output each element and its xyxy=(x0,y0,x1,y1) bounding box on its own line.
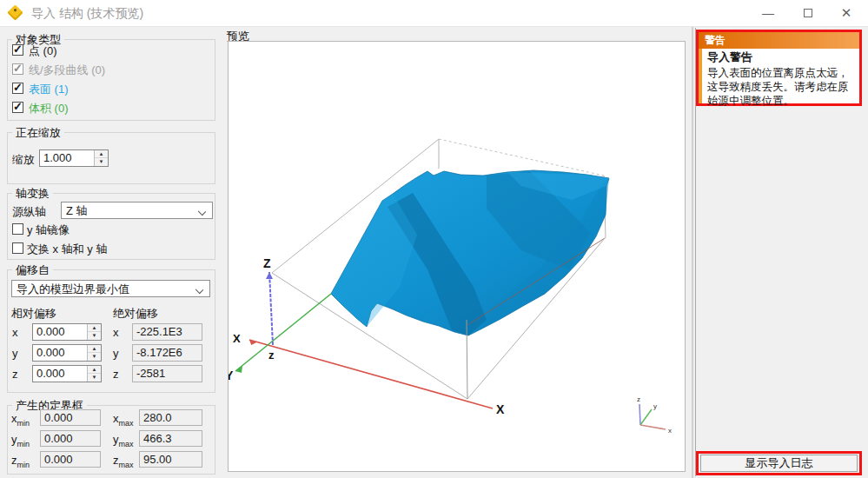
source-axis-label: 源纵轴 xyxy=(12,204,46,220)
spin-up-icon[interactable]: ▲ xyxy=(88,345,101,353)
checkbox-volumes[interactable] xyxy=(12,102,23,113)
group-offset-from-title: 偏移自 xyxy=(12,262,53,278)
zmax-field: 95.00 xyxy=(139,451,202,468)
xmax-field: 280.0 xyxy=(139,409,202,426)
orientation-gizmo: z y x xyxy=(637,395,672,435)
checkbox-surfaces[interactable] xyxy=(12,83,23,94)
abs-axis-x: x xyxy=(113,326,119,339)
relative-offset-label: 相对偏移 xyxy=(11,306,56,322)
rel-y-value: 0.000 xyxy=(36,346,65,359)
abs-x-value: -225.1E3 xyxy=(136,325,182,338)
rel-axis-z: z xyxy=(12,368,18,381)
rel-x-value: 0.000 xyxy=(36,325,65,338)
axis-label-y-neg: Y xyxy=(229,368,234,382)
preview-3d-scene: Z z X X Y z y x xyxy=(229,42,685,471)
zmin-value: 0.000 xyxy=(44,453,73,466)
abs-y-field: -8.172E6 xyxy=(132,344,202,362)
ymin-label: ymin xyxy=(11,433,30,448)
rel-y-input[interactable]: 0.000 ▲▼ xyxy=(32,344,102,362)
scale-spinner[interactable]: ▲▼ xyxy=(94,150,108,166)
rel-x-spinner[interactable]: ▲▼ xyxy=(87,324,101,340)
xmin-label: xmin xyxy=(11,412,30,428)
warning-highlight-box: 警告 导入警告 导入表面的位置离原点太远，这导致精度丢失。请考虑在原始源中调整位… xyxy=(696,30,862,106)
abs-axis-z: z xyxy=(113,368,119,381)
checkbox-mirror-y[interactable] xyxy=(12,223,23,235)
swap-xy-label: 交换 x 轴和 y 轴 xyxy=(27,242,107,257)
label-surfaces: 表面 (1) xyxy=(29,82,69,97)
scale-value: 1.000 xyxy=(43,151,72,164)
close-button[interactable]: ✕ xyxy=(832,0,861,26)
log-button-highlight-box: 显示导入日志 xyxy=(696,451,862,475)
checkbox-swap-xy[interactable] xyxy=(12,242,23,254)
spin-down-icon[interactable]: ▼ xyxy=(88,353,101,361)
xmax-value: 280.0 xyxy=(143,411,172,424)
axis-label-x-neg: X xyxy=(233,332,241,345)
xmax-label: xmax xyxy=(113,412,134,428)
label-lines: 线/多段曲线 (0) xyxy=(29,63,105,78)
warning-header: 警告 xyxy=(699,32,859,49)
axis-label-z-top: Z xyxy=(263,256,271,270)
xmin-field: 0.000 xyxy=(40,409,101,426)
minimize-button[interactable]: — xyxy=(753,0,783,26)
spin-down-icon[interactable]: ▼ xyxy=(88,374,101,382)
gizmo-label-y: y xyxy=(653,402,657,410)
warning-body: 导入警告 导入表面的位置离原点太远，这导致精度丢失。请考虑在原始源中调整位置。 xyxy=(699,49,859,103)
checkbox-points[interactable] xyxy=(12,44,23,56)
abs-z-field: -2581 xyxy=(132,365,202,382)
label-volumes: 体积 (0) xyxy=(29,101,69,116)
axis-label-z-origin: z xyxy=(268,349,275,362)
zmin-field: 0.000 xyxy=(40,451,101,468)
scale-label: 缩放 xyxy=(12,152,35,168)
absolute-offset-label: 绝对偏移 xyxy=(113,306,158,322)
rel-x-input[interactable]: 0.000 ▲▼ xyxy=(32,323,102,341)
abs-z-value: -2581 xyxy=(136,367,165,380)
gizmo-label-z: z xyxy=(637,395,640,403)
abs-x-field: -225.1E3 xyxy=(132,323,202,341)
offset-source-combo[interactable]: 导入的模型边界最小值 xyxy=(11,280,210,297)
maximize-button[interactable] xyxy=(793,0,823,26)
maximize-icon xyxy=(804,9,812,17)
scale-input[interactable]: 1.000 ▲▼ xyxy=(39,149,109,167)
group-scaling: 正在缩放 xyxy=(7,132,215,184)
label-points: 点 (0) xyxy=(29,43,57,59)
zmin-label: zmin xyxy=(11,454,30,469)
rel-axis-x: x xyxy=(12,326,18,339)
app-icon xyxy=(7,4,23,20)
terrain-surface xyxy=(331,170,609,335)
spin-down-icon[interactable]: ▼ xyxy=(95,158,108,166)
zmax-label: zmax xyxy=(113,454,134,469)
title-bar: 导入 结构 (技术预览) — ✕ xyxy=(0,0,868,27)
abs-axis-y: y xyxy=(113,347,119,360)
preview-viewport[interactable]: Z z X X Y z y x xyxy=(228,41,686,472)
zmax-value: 95.00 xyxy=(143,453,172,466)
xmin-value: 0.000 xyxy=(44,411,73,424)
show-import-log-button[interactable]: 显示导入日志 xyxy=(700,455,858,472)
ymax-value: 466.3 xyxy=(143,432,172,445)
checkbox-lines[interactable] xyxy=(12,63,23,75)
ymin-field: 0.000 xyxy=(40,430,101,447)
panel-splitter[interactable] xyxy=(692,27,693,478)
ymax-field: 466.3 xyxy=(139,430,202,447)
ymax-label: ymax xyxy=(113,433,134,448)
rel-axis-y: y xyxy=(12,347,18,360)
abs-y-value: -8.172E6 xyxy=(136,346,182,359)
mirror-y-label: y 轴镜像 xyxy=(27,222,70,238)
ymin-value: 0.000 xyxy=(44,432,73,445)
source-axis-value: Z 轴 xyxy=(66,204,88,217)
warning-title: 导入警告 xyxy=(707,50,856,65)
spin-up-icon[interactable]: ▲ xyxy=(88,324,101,332)
rel-z-spinner[interactable]: ▲▼ xyxy=(87,366,101,382)
spin-down-icon[interactable]: ▼ xyxy=(88,332,101,340)
source-axis-combo[interactable]: Z 轴 xyxy=(61,202,213,219)
offset-source-value: 导入的模型边界最小值 xyxy=(17,282,129,295)
rel-z-input[interactable]: 0.000 ▲▼ xyxy=(32,365,102,382)
rel-z-value: 0.000 xyxy=(36,367,65,380)
group-axis-transform-title: 轴变换 xyxy=(12,186,53,202)
spin-up-icon[interactable]: ▲ xyxy=(88,366,101,374)
axis-label-x-pos: X xyxy=(496,402,505,416)
rel-y-spinner[interactable]: ▲▼ xyxy=(87,345,101,361)
spin-up-icon[interactable]: ▲ xyxy=(95,150,108,158)
gizmo-label-x: x xyxy=(668,427,672,435)
warning-text: 导入表面的位置离原点太远，这导致精度丢失。请考虑在原始源中调整位置。 xyxy=(707,66,856,108)
group-scaling-title: 正在缩放 xyxy=(12,125,64,141)
